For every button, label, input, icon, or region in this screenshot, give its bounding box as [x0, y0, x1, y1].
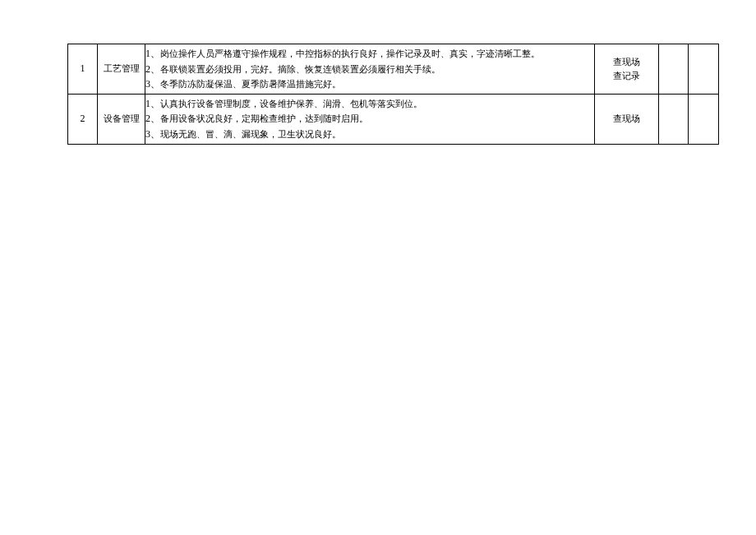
line-prefix: 2、 — [145, 113, 160, 124]
content-line: 2、各联锁装置必须投用，完好。摘除、恢复连锁装置必须履行相关手续。 — [145, 62, 591, 77]
line-prefix: 3、 — [145, 78, 160, 90]
line-prefix: 2、 — [145, 63, 160, 75]
line-prefix: 1、 — [145, 98, 160, 109]
checklist-table: 1工艺管理1、岗位操作人员严格遵守操作规程，中控指标的执行良好，操作记录及时、真… — [67, 44, 719, 145]
row-content: 1、认真执行设备管理制度，设备维护保养、润滑、包机等落实到位。2、备用设备状况良… — [145, 94, 595, 144]
line-text: 各联锁装置必须投用，完好。摘除、恢复连锁装置必须履行相关手续。 — [160, 64, 440, 74]
content-line: 2、备用设备状况良好，定期检查维护，达到随时启用。 — [145, 111, 591, 127]
line-text: 备用设备状况良好，定期检查维护，达到随时启用。 — [160, 113, 368, 123]
table-row: 1工艺管理1、岗位操作人员严格遵守操作规程，中控指标的执行良好，操作记录及时、真… — [68, 44, 719, 95]
content-line: 1、岗位操作人员严格遵守操作规程，中控指标的执行良好，操作记录及时、真实，字迹清… — [145, 46, 591, 62]
line-text: 冬季防冻防凝保温、夏季防暑降温措施完好。 — [160, 79, 341, 89]
empty-cell — [689, 94, 719, 144]
row-check-method: 查现场 — [595, 94, 659, 144]
row-number: 2 — [68, 94, 98, 144]
content-line: 1、认真执行设备管理制度，设备维护保养、润滑、包机等落实到位。 — [145, 96, 591, 112]
check-line: 查现场 — [595, 112, 658, 126]
line-prefix: 3、 — [145, 128, 160, 140]
row-check-method: 查现场查记录 — [595, 44, 659, 95]
line-text: 岗位操作人员严格遵守操作规程，中控指标的执行良好，操作记录及时、真实，字迹清晰工… — [160, 48, 540, 58]
row-category: 设备管理 — [98, 94, 145, 144]
content-line: 3、现场无跑、冒、滴、漏现象，卫生状况良好。 — [145, 127, 591, 142]
line-text: 认真执行设备管理制度，设备维护保养、润滑、包机等落实到位。 — [160, 99, 422, 108]
check-line: 查记录 — [595, 69, 658, 83]
row-number: 1 — [68, 44, 98, 95]
content-line: 3、冬季防冻防凝保温、夏季防暑降温措施完好。 — [145, 76, 591, 92]
line-text: 现场无跑、冒、滴、漏现象，卫生状况良好。 — [160, 129, 341, 139]
table-row: 2设备管理1、认真执行设备管理制度，设备维护保养、润滑、包机等落实到位。2、备用… — [68, 94, 719, 144]
check-line: 查现场 — [595, 55, 658, 69]
checklist-table-wrapper: 1工艺管理1、岗位操作人员严格遵守操作规程，中控指标的执行良好，操作记录及时、真… — [67, 44, 718, 145]
empty-cell — [659, 44, 689, 95]
line-prefix: 1、 — [145, 48, 160, 59]
row-category: 工艺管理 — [98, 44, 145, 95]
empty-cell — [659, 94, 689, 144]
empty-cell — [689, 44, 719, 95]
row-content: 1、岗位操作人员严格遵守操作规程，中控指标的执行良好，操作记录及时、真实，字迹清… — [145, 44, 595, 95]
